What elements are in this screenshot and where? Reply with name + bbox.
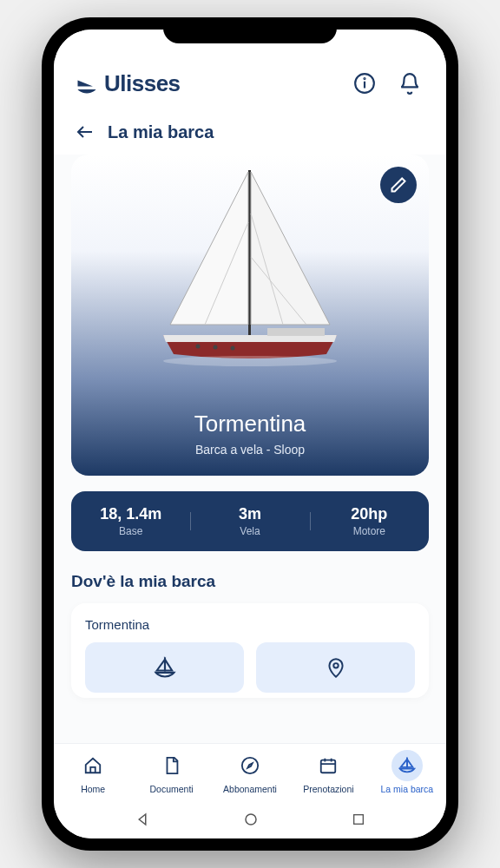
nav-label: Prenotazioni — [303, 784, 353, 794]
svg-marker-15 — [247, 763, 253, 768]
info-button[interactable] — [349, 68, 380, 99]
stat-value: 18, 1.4m — [71, 505, 190, 523]
sys-home-icon[interactable] — [243, 812, 259, 827]
content-scroll[interactable]: Tormentina Barca a vela - Sloop 18, 1.4m… — [54, 155, 446, 743]
app-logo[interactable]: Ulisses — [75, 70, 181, 97]
boat-card: Tormentina Barca a vela - Sloop — [71, 155, 429, 476]
svg-point-9 — [196, 345, 201, 349]
nav-label: Abbonamenti — [223, 784, 277, 794]
nav-prenotazioni[interactable]: Prenotazioni — [289, 744, 367, 800]
stat-label: Base — [71, 525, 190, 537]
svg-point-20 — [246, 814, 256, 825]
map-pin-icon — [325, 656, 347, 679]
page-title-row: La mia barca — [54, 106, 446, 155]
location-boat-name: Tormentina — [85, 617, 415, 632]
locate-boat-button[interactable] — [85, 642, 244, 693]
stat-vela: 3m Vela — [190, 505, 309, 537]
app-name: Ulisses — [104, 70, 181, 97]
svg-point-2 — [364, 78, 365, 79]
svg-rect-8 — [267, 328, 325, 336]
nav-label: Documenti — [150, 784, 194, 794]
svg-point-13 — [333, 663, 338, 667]
bottom-nav: Home Documenti Abb — [54, 743, 446, 800]
svg-point-12 — [163, 356, 337, 366]
android-nav-bar — [54, 800, 446, 838]
info-icon — [353, 72, 376, 95]
boat-name: Tormentina — [194, 411, 306, 437]
boat-icon — [398, 756, 417, 775]
sys-recent-icon[interactable] — [352, 812, 365, 826]
stat-label: Vela — [190, 525, 309, 537]
svg-point-14 — [242, 758, 258, 773]
stat-value: 20hp — [310, 505, 429, 523]
stat-label: Motore — [310, 525, 429, 537]
svg-rect-21 — [353, 815, 363, 825]
sailboat-illustration — [137, 161, 363, 387]
boat-stats-bar: 18, 1.4m Base 3m Vela 20hp Motore — [71, 491, 429, 551]
nav-documenti[interactable]: Documenti — [132, 744, 210, 800]
location-section-title: Dov'è la mia barca — [71, 572, 429, 591]
edit-boat-button[interactable] — [380, 167, 417, 203]
bell-icon — [398, 72, 421, 95]
nav-label: La mia barca — [380, 784, 433, 794]
nav-abbonamenti[interactable]: Abbonamenti — [211, 744, 289, 800]
arrow-left-icon — [75, 122, 95, 142]
phone-notch — [163, 17, 337, 43]
phone-screen: Ulisses — [54, 30, 446, 838]
svg-point-10 — [214, 345, 218, 350]
boat-icon — [153, 655, 177, 680]
page-title: La mia barca — [108, 122, 214, 142]
location-card: Tormentina — [71, 603, 429, 698]
stat-motore: 20hp Motore — [310, 505, 429, 537]
logo-icon — [75, 71, 99, 95]
stat-value: 3m — [190, 505, 309, 523]
locate-map-button[interactable] — [256, 642, 415, 693]
nav-la-mia-barca[interactable]: La mia barca — [368, 744, 446, 800]
sys-back-icon[interactable] — [135, 812, 150, 827]
boat-type: Barca a vela - Sloop — [195, 443, 305, 457]
svg-rect-16 — [321, 760, 336, 773]
nav-label: Home — [81, 784, 105, 794]
pencil-icon — [390, 176, 407, 194]
nav-home[interactable]: Home — [54, 744, 132, 800]
calendar-icon — [319, 756, 338, 775]
svg-point-11 — [231, 346, 235, 351]
phone-frame: Ulisses — [42, 17, 458, 851]
stat-base: 18, 1.4m Base — [71, 505, 190, 537]
notifications-button[interactable] — [394, 68, 425, 99]
document-icon — [162, 756, 181, 775]
home-icon — [83, 756, 102, 775]
compass-icon — [240, 756, 260, 775]
back-button[interactable] — [75, 122, 95, 142]
